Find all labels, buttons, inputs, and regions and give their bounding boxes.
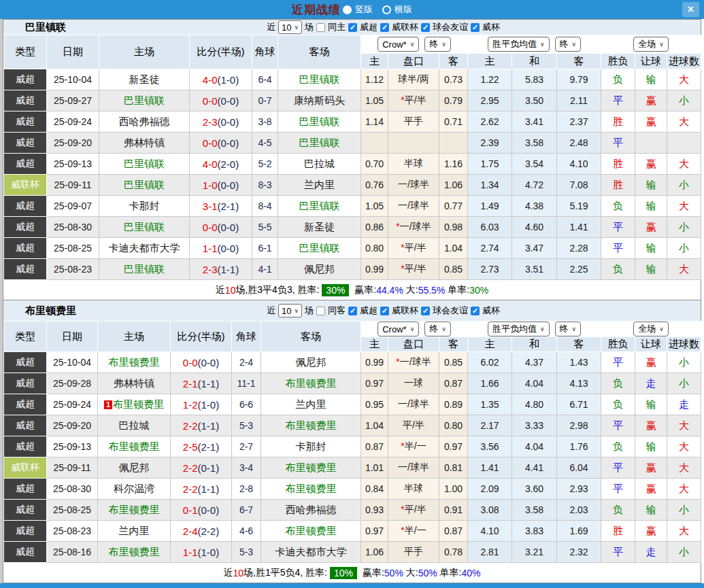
score-cell: 2-2(1-1) — [171, 415, 232, 436]
handicap-result-cell: 赢 — [635, 415, 667, 436]
avg-away-cell: 2.03 — [557, 500, 601, 521]
avg-home-cell: 2.62 — [468, 111, 512, 133]
subcolumn-header-6: 胜负 — [601, 337, 635, 352]
match-row: 威超25-09-20巴拉城2-2(1-1)5-3布里顿费里1.04平/半0.80… — [4, 415, 701, 436]
half-score: (1-1) — [198, 420, 220, 432]
ah-away-odds-cell: 0.73 — [439, 69, 468, 90]
league-checkbox-3[interactable]: ✓ — [471, 307, 480, 315]
subcolumn-header-0: 主 — [361, 337, 388, 352]
results-table: 类型日期主场比分(半场)角球客场Crow*∨终∨胜平负均值∨终∨全场∨主盘口客主… — [3, 35, 701, 280]
avg-home-cell: 6.03 — [468, 217, 512, 238]
team-name: 巴里镇联 — [25, 21, 66, 34]
match-date-cell: 25-09-13 — [47, 436, 98, 457]
match-row: 威超25-09-13巴里镇联4-0(2-0)5-2巴拉城0.70半球1.161.… — [4, 154, 701, 175]
home-team-name: 布里顿费里 — [109, 356, 160, 368]
match-count-select[interactable]: 10∨ — [278, 20, 302, 34]
league-checkbox-0[interactable]: ✓ — [348, 23, 357, 32]
league-checkbox-1[interactable]: ✓ — [380, 307, 389, 315]
corner-cell: 8-3 — [252, 175, 278, 196]
handicap-result-cell: 赢 — [635, 111, 667, 133]
same-venue-checkbox[interactable] — [316, 307, 325, 315]
league-checkbox-2[interactable]: ✓ — [421, 23, 430, 32]
match-count-select[interactable]: 10∨ — [278, 304, 302, 317]
league-checkbox-2[interactable]: ✓ — [421, 307, 430, 315]
score-cell: 4-0(2-0) — [190, 154, 252, 175]
result-cell: 负 — [601, 436, 635, 457]
avg-stage-select[interactable]: 终∨ — [555, 322, 582, 336]
home-team-name: 佩尼邦 — [119, 462, 150, 473]
radio-selected-icon[interactable] — [343, 5, 352, 14]
column-header-4: 角球 — [232, 322, 261, 352]
avg-draw-cell: 3.60 — [512, 479, 557, 500]
avg-draw-cell: 4.04 — [512, 436, 557, 457]
corner-cell: 8-4 — [252, 196, 278, 217]
goals-result-cell: 小 — [667, 542, 701, 563]
avg-odds-group: 胜平负均值∨终∨ — [468, 322, 601, 337]
home-team-name: 巴里镇联 — [124, 94, 165, 106]
avg-odds-select[interactable]: 胜平负均值∨ — [488, 322, 550, 336]
ah-line-text: 平/半 — [405, 242, 426, 253]
avg-draw-cell: 4.37 — [512, 352, 557, 373]
ah-line-cell: 一/球半 — [388, 175, 439, 196]
home-team-cell: 佩尼邦 — [98, 457, 171, 479]
column-header-3: 比分(半场) — [190, 35, 252, 69]
radio-vertical[interactable]: 竖版 — [343, 3, 373, 16]
full-score: 0-1 — [183, 504, 198, 516]
close-icon[interactable]: × — [682, 2, 699, 17]
match-date-cell: 25-08-30 — [47, 217, 99, 238]
ah-away-odds-cell: 1.06 — [439, 175, 468, 196]
away-team-name: 西哈弗福德 — [286, 504, 337, 515]
score-cell: 4-0(1-0) — [190, 69, 252, 90]
score-cell: 2-3(1-1) — [190, 259, 252, 280]
same-venue-checkbox[interactable] — [316, 23, 325, 32]
subcolumn-header-5: 客 — [557, 337, 601, 352]
odds-stage-select[interactable]: 终∨ — [424, 37, 451, 52]
odds-company-select[interactable]: Crow*∨ — [378, 37, 419, 52]
avg-stage-select[interactable]: 终∨ — [555, 37, 582, 52]
league-type-cell: 威超 — [4, 352, 47, 373]
handicap-result-cell: 赢 — [635, 154, 667, 175]
odds-stage-select-value: 终 — [429, 38, 438, 50]
avg-odds-select[interactable]: 胜平负均值∨ — [488, 37, 550, 52]
half-score: (1-1) — [198, 483, 220, 495]
score-cell: 2-4(2-2) — [171, 521, 232, 542]
away-team-name: 巴里镇联 — [299, 200, 340, 211]
radio-vertical-label: 竖版 — [355, 3, 373, 16]
avg-draw-cell: 4.41 — [512, 457, 557, 479]
half-score: (1-1) — [198, 378, 220, 390]
ah-line-cell: 球半/两 — [388, 69, 439, 90]
corner-cell: 0-7 — [252, 90, 278, 111]
league-checkbox-0[interactable]: ✓ — [348, 307, 357, 315]
away-team-name: 巴里镇联 — [299, 73, 340, 85]
radio-horizontal[interactable]: 横版 — [382, 3, 412, 16]
near-label: 近 — [267, 305, 275, 317]
summary-segment: 大: — [403, 567, 418, 579]
away-team-cell: 兰内里 — [278, 175, 361, 196]
corner-cell: 4-5 — [252, 133, 278, 154]
score-cell: 2-1(1-1) — [171, 373, 232, 394]
odds-company-select[interactable]: Crow*∨ — [378, 322, 419, 336]
goals-result-cell: 小 — [667, 90, 701, 111]
team-section-1: 布里顿费里近10∨场同客✓威超✓威联杯✓球会友谊✓威杯类型日期主场比分(半场)角… — [3, 300, 701, 583]
avg-draw-cell: 3.58 — [512, 133, 557, 154]
scope-select[interactable]: 全场∨ — [633, 37, 669, 52]
odds-stage-select[interactable]: 终∨ — [424, 322, 451, 336]
column-header-1: 日期 — [47, 35, 99, 69]
radio-unselected-icon[interactable] — [382, 5, 391, 14]
away-team-cell: 新圣徒 — [278, 217, 361, 238]
handicap-result-cell: 输 — [635, 69, 667, 90]
ah-away-odds-cell: 0.85 — [439, 259, 468, 280]
full-score: 1-0 — [203, 179, 218, 191]
scope-select[interactable]: 全场∨ — [633, 322, 669, 336]
match-row: 威超25-08-25布里顿费里0-1(0-0)6-7西哈弗福德0.93*平/半0… — [4, 500, 701, 521]
half-score: (0-0) — [218, 116, 239, 128]
league-checkbox-3[interactable]: ✓ — [471, 23, 480, 32]
ah-home-odds-cell: 0.70 — [361, 154, 388, 175]
match-count-value: 10 — [282, 306, 291, 316]
match-row: 威超25-09-28弗林特镇2-1(1-1)11-1布里顿费里0.97一球0.8… — [4, 373, 701, 394]
avg-draw-cell: 4.04 — [512, 373, 557, 394]
corner-cell: 4-6 — [232, 521, 261, 542]
league-checkbox-1[interactable]: ✓ — [380, 23, 389, 32]
ah-home-odds-cell: 0.86 — [361, 217, 388, 238]
league-label-0: 威超 — [360, 21, 378, 33]
